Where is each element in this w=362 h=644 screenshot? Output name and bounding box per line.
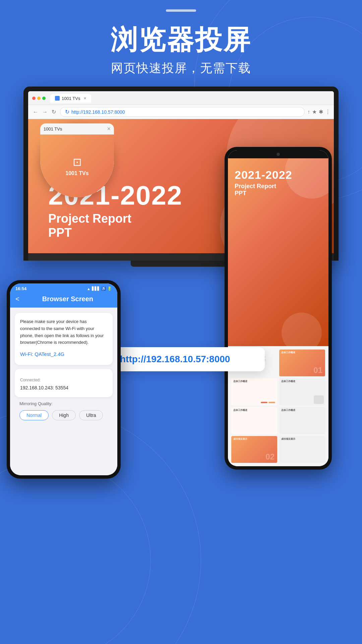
address-refresh-icon: ↻ xyxy=(65,109,69,115)
phone-slide-text: 2021-2022 Project Report PPT xyxy=(228,158,328,202)
quality-label: Mirroring Quality: xyxy=(15,401,113,406)
more-icon[interactable]: ⋮ xyxy=(325,109,330,115)
toolbar-nav: ← → ↻ xyxy=(32,108,57,116)
url-bubble-text: http://192.168.10.57:8000 xyxy=(120,354,230,364)
forward-btn[interactable]: → xyxy=(41,108,49,116)
signal-icon: ▋▋▋ xyxy=(92,286,100,291)
browser-toolbar: ← → ↻ ↻ http://192.168.10.57:8000 ↑ ★ ✱ … xyxy=(28,105,334,119)
phone-year: 2021-2022 xyxy=(235,168,322,181)
left-phone-wrapper: 16:54 ▲ ▋▋▋ ♿ 🔋 < Browser Screen xyxy=(7,280,121,479)
browser-tab[interactable]: 1001 TVs × xyxy=(50,94,91,103)
devices-section: 1001 TVs × ⊡ 1001 TVs xyxy=(0,87,362,267)
popup-tab-title: 1001 TVs xyxy=(44,126,62,131)
connected-label: Connected: xyxy=(20,377,107,383)
laptop-stand xyxy=(131,261,231,267)
address-bar[interactable]: ↻ http://192.168.10.57:8000 xyxy=(60,107,305,117)
phone-ppt: PPT xyxy=(235,190,322,197)
popup-close-btn[interactable]: × xyxy=(107,125,111,132)
instruction-card: Please make sure your device has connect… xyxy=(15,313,113,365)
browser-dots xyxy=(32,97,46,100)
screen-title: Browser Screen xyxy=(23,295,112,303)
popup-label: 1001 TVs xyxy=(65,170,88,176)
status-bar: 16:54 ▲ ▋▋▋ ♿ 🔋 xyxy=(10,283,117,292)
battery-icon: 🔋 xyxy=(107,286,112,291)
tab-close-btn[interactable]: × xyxy=(83,96,86,101)
connection-card: Connected: 192.168.10.243: 53554 xyxy=(15,369,113,397)
back-button[interactable]: < xyxy=(15,295,19,303)
tab-title: 1001 TVs xyxy=(62,96,80,101)
instruction-text: Please make sure your device has connect… xyxy=(20,319,104,345)
header-section: 浏览器投屏 网页快速投屏，无需下载 xyxy=(0,12,362,87)
url-text: http://192.168.10.57:8000 xyxy=(71,109,125,115)
left-phone-body: Please make sure your device has connect… xyxy=(10,308,117,475)
status-icons: ▲ ▋▋▋ ♿ 🔋 xyxy=(87,286,112,291)
tab-favicon xyxy=(55,96,60,101)
toolbar-actions: ↑ ★ ✱ ⋮ xyxy=(307,109,330,115)
quality-buttons: Normal High Ultra xyxy=(15,410,113,427)
status-time: 16:54 xyxy=(15,286,26,291)
left-phone: 16:54 ▲ ▋▋▋ ♿ 🔋 < Browser Screen xyxy=(7,280,121,479)
left-phone-section: 16:54 ▲ ▋▋▋ ♿ 🔋 < Browser Screen xyxy=(0,280,362,479)
phone-notch xyxy=(228,150,328,158)
accessibility-icon: ♿ xyxy=(101,286,106,291)
left-phone-screen: 16:54 ▲ ▋▋▋ ♿ 🔋 < Browser Screen xyxy=(10,283,117,475)
share-icon[interactable]: ↑ xyxy=(307,109,310,115)
star-icon[interactable]: ★ xyxy=(312,109,317,115)
quality-normal-btn[interactable]: Normal xyxy=(19,410,49,420)
wifi-name: Wi-Fi: QATest_2.4G xyxy=(20,346,107,360)
cast-icon: ⊡ xyxy=(73,156,82,168)
quality-ultra-btn[interactable]: Ultra xyxy=(79,410,103,420)
extension-icon[interactable]: ✱ xyxy=(319,109,323,115)
left-phone-header: < Browser Screen xyxy=(10,292,117,308)
back-btn[interactable]: ← xyxy=(32,108,40,116)
quality-high-btn[interactable]: High xyxy=(52,410,76,420)
connected-value: 192.168.10.243: 53554 xyxy=(20,384,107,391)
laptop-wrapper: 1001 TVs × ⊡ 1001 TVs xyxy=(23,87,339,267)
laptop-ppt: PPT xyxy=(48,226,183,240)
dot-yellow[interactable] xyxy=(37,97,41,100)
main-title: 浏览器投屏 xyxy=(7,25,355,55)
popup-tab-bar: 1001 TVs × xyxy=(40,123,114,135)
laptop-report: Project Report xyxy=(48,212,183,226)
top-indicator xyxy=(0,0,362,12)
dot-red[interactable] xyxy=(32,97,36,100)
refresh-btn[interactable]: ↻ xyxy=(50,108,57,116)
phone-report: Project Report xyxy=(235,183,322,190)
browser-chrome: 1001 TVs × xyxy=(28,91,334,105)
url-bubble: http://192.168.10.57:8000 xyxy=(111,347,265,371)
front-camera xyxy=(277,153,280,156)
top-bar xyxy=(166,9,196,12)
wifi-icon: ▲ xyxy=(87,287,90,291)
browser-popup: 1001 TVs × ⊡ 1001 TVs xyxy=(40,123,114,197)
sub-title: 网页快速投屏，无需下载 xyxy=(7,60,355,76)
dot-green[interactable] xyxy=(42,97,46,100)
